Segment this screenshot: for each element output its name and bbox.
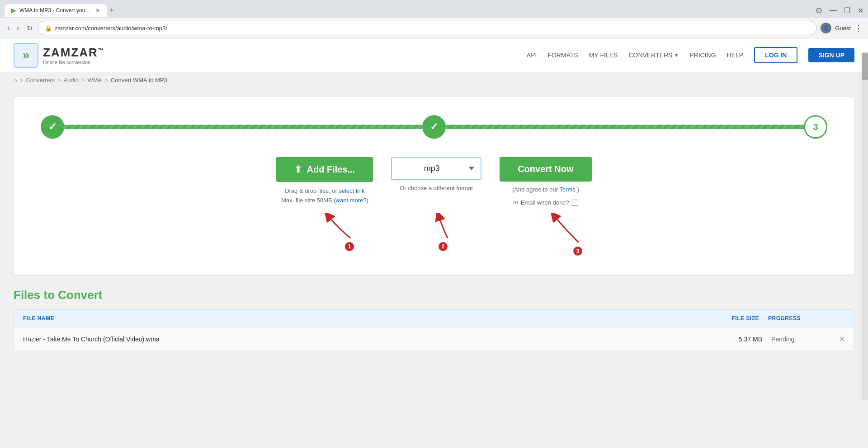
back-button[interactable]: ‹ xyxy=(5,22,11,34)
breadcrumb-home-icon[interactable]: ⌂ xyxy=(14,77,17,84)
row-filename: Hozier - Take Me To Church (Official Vid… xyxy=(23,336,708,343)
logo-icon: » xyxy=(14,43,38,68)
files-title: Files to Convert xyxy=(14,288,854,302)
close-window-button[interactable]: ✕ xyxy=(858,6,863,15)
table-header: FILE NAME FILE SIZE PROGRESS xyxy=(14,310,854,327)
format-select[interactable]: mp3 xyxy=(391,157,481,180)
breadcrumb-current: Convert WMA to MP3 xyxy=(111,77,167,84)
step-3-circle: 3 xyxy=(804,115,827,139)
row-filesize: 5.37 MB xyxy=(708,336,762,343)
annotation-badge-3: 3 xyxy=(572,246,583,257)
breadcrumb-wma[interactable]: WMA xyxy=(87,77,102,84)
nav-converters[interactable]: CONVERTERS ▼ xyxy=(628,51,679,59)
nav-help[interactable]: HELP xyxy=(727,51,744,59)
select-link[interactable]: select link xyxy=(339,187,364,194)
new-tab-button[interactable]: + xyxy=(109,6,114,15)
files-table: FILE NAME FILE SIZE PROGRESS Hozier - Ta… xyxy=(14,309,854,351)
scrollbar-thumb[interactable] xyxy=(862,53,868,80)
step-1-circle: ✓ xyxy=(41,115,64,139)
convert-hint: (And agree to our Terms ) xyxy=(512,186,579,193)
nav-my-files[interactable]: MY FILES xyxy=(589,51,618,59)
scrollbar[interactable] xyxy=(862,52,868,400)
breadcrumb-audio[interactable]: Audio xyxy=(64,77,79,84)
signup-button[interactable]: SIGN UP xyxy=(808,48,854,62)
nav-pricing[interactable]: PRICING xyxy=(689,51,716,59)
email-checkbox[interactable] xyxy=(572,200,578,206)
profile-avatar: 👤 xyxy=(821,23,831,33)
step-2-circle: ✓ xyxy=(422,115,446,139)
email-icon: ✉ xyxy=(513,199,518,206)
address-text: zamzar.com/converters/audio/wma-to-mp3/ xyxy=(55,25,811,32)
nav-formats[interactable]: FORMATS xyxy=(547,51,578,59)
annotation-badge-2: 2 xyxy=(438,241,448,252)
profile-icon-person: 👤 xyxy=(823,25,830,31)
upload-icon: ⬆ xyxy=(294,164,302,175)
logo-link[interactable]: » ZAMZAR™ Online file conversion xyxy=(14,43,104,68)
login-button[interactable]: LOG IN xyxy=(754,47,797,63)
maximize-button[interactable]: ❐ xyxy=(844,6,850,15)
tab-close-icon[interactable]: ✕ xyxy=(95,7,100,14)
add-files-button[interactable]: ⬆ Add Files... xyxy=(276,157,373,182)
logo-tagline: Online file conversion xyxy=(43,60,104,65)
format-hint: Or choose a different format xyxy=(400,185,473,191)
col-filename-header: FILE NAME xyxy=(23,315,705,322)
reload-button[interactable]: ↻ xyxy=(25,22,34,34)
add-files-hint: Drag & drop files, or select link Max. f… xyxy=(281,187,368,205)
forward-button[interactable]: › xyxy=(15,22,21,34)
profile-icon: ⊙ xyxy=(816,5,822,15)
step-line-2 xyxy=(446,125,804,129)
profile-label: Guest xyxy=(835,25,851,32)
row-remove-button[interactable]: ✕ xyxy=(839,335,845,343)
col-filesize-header: FILE SIZE xyxy=(705,315,759,322)
logo-name: ZAMZAR™ xyxy=(43,46,104,60)
email-row: ✉ Email when done? xyxy=(513,199,578,206)
col-progress-header: PROGRESS xyxy=(759,315,831,322)
files-section: Files to Convert FILE NAME FILE SIZE PRO… xyxy=(14,288,854,360)
annotation-badge-1: 1 xyxy=(344,241,355,252)
nav-api[interactable]: API xyxy=(527,51,537,59)
want-more-link[interactable]: (want more?) xyxy=(334,197,368,204)
convert-now-button[interactable]: Convert Now xyxy=(500,157,591,182)
terms-link[interactable]: Terms xyxy=(559,186,575,193)
row-progress: Pending xyxy=(762,336,835,343)
converters-caret-icon: ▼ xyxy=(674,53,679,58)
tab-title: WMA to MP3 - Convert your WM xyxy=(19,7,92,14)
step-line-1 xyxy=(64,125,422,129)
arrow-1-svg xyxy=(323,213,355,240)
arrow-2-svg xyxy=(429,213,457,240)
lock-icon: 🔒 xyxy=(45,25,52,32)
breadcrumb-sep: > xyxy=(20,77,24,84)
arrow-3-svg xyxy=(547,213,583,245)
breadcrumb: ⌂ > Converters > Audio > WMA > Convert W… xyxy=(0,72,868,88)
minimize-button[interactable]: — xyxy=(830,6,837,14)
menu-button[interactable]: ⋮ xyxy=(854,23,863,33)
files-title-colored: Convert xyxy=(58,288,102,302)
tab-favicon: ▶ xyxy=(11,7,16,14)
breadcrumb-converters[interactable]: Converters xyxy=(26,77,55,84)
table-row: Hozier - Take Me To Church (Official Vid… xyxy=(14,327,854,351)
